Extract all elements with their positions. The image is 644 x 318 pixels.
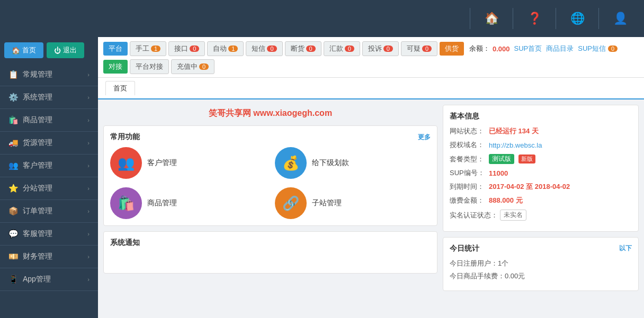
tab-interface[interactable]: 接口 0 [168, 41, 205, 56]
domain-label: 授权域名： [450, 140, 487, 150]
func-customer-mgmt[interactable]: 👥 客户管理 [110, 147, 266, 179]
suspicious-badge: 0 [422, 46, 432, 52]
tab-suspicious[interactable]: 可疑 0 [401, 41, 437, 56]
manual-badge: 1 [151, 46, 160, 52]
divider-1 [470, 8, 470, 29]
expiry-value: 2017-04-02 至 2018-04-02 [489, 182, 570, 192]
func-product-mgmt[interactable]: 🛍️ 商品管理 [110, 187, 266, 219]
logout-button[interactable]: ⏻ 退出 [47, 42, 84, 58]
today-stats-more[interactable]: 以下 [619, 244, 632, 253]
today-stats-title: 今日统计 以下 [450, 244, 632, 253]
tab-auto-label: 自动 [213, 44, 227, 53]
tab-connect[interactable]: 对接 [103, 60, 128, 74]
right-panel: 基本信息 网站状态： 已经运行 134 天 授权域名： http://zb.we… [443, 105, 639, 313]
stockout-badge: 0 [306, 46, 316, 52]
verify-tag: 未实名 [500, 210, 526, 221]
recharge-badge: 0 [199, 63, 209, 70]
tab-recharge[interactable]: 充值中 0 [171, 59, 214, 74]
logout-btn-icon: ⏻ [54, 47, 61, 54]
sidebar-item-service[interactable]: 💬 客服管理 › [0, 223, 98, 246]
home-icon[interactable]: 🏠 [478, 5, 505, 32]
info-row-status: 网站状态： 已经运行 134 天 [450, 126, 632, 136]
system-mgmt-label: 系统管理 [23, 93, 52, 102]
watermark: 笑哥共享网 www.xiaogegh.com [103, 105, 437, 120]
sup-home-link[interactable]: SUP首页 [514, 44, 542, 53]
customer-mgmt-icon: 👥 [8, 161, 19, 170]
transfer-icon-circle: 💰 [275, 147, 307, 179]
chevron-icon: › [87, 162, 90, 169]
product-mgmt-icon: 🛍️ [8, 115, 19, 125]
tab-auto[interactable]: 自动 1 [207, 41, 244, 56]
today-stats-label: 今日统计 [450, 244, 479, 253]
tab-manual-label: 手工 [136, 44, 149, 53]
tab-sms[interactable]: 短信 0 [246, 41, 282, 56]
sidebar-item-app[interactable]: 📱 App管理 › [0, 268, 98, 291]
sidebar-item-system[interactable]: ⚙️ 系统管理 › [0, 86, 98, 109]
user-icon[interactable]: 👤 [607, 5, 633, 32]
product-list-link[interactable]: 商品目录 [546, 44, 574, 53]
tab-remit-label: 汇款 [329, 44, 343, 53]
sidebar-item-source[interactable]: 🚚 货源管理 › [0, 132, 98, 155]
tab-complaint[interactable]: 投诉 0 [362, 41, 399, 56]
sidebar-item-product[interactable]: 🛍️ 商品管理 › [0, 109, 98, 132]
tab-suspicious-label: 可疑 [407, 44, 421, 53]
customer-mgmt-label: 客户管理 [23, 161, 52, 170]
tab-remit[interactable]: 汇款 0 [324, 41, 360, 56]
balance-value: 0.000 [493, 45, 510, 53]
help-icon[interactable]: ❓ [521, 5, 548, 32]
product-mgmt-label: 商品管理 [23, 115, 52, 125]
common-functions-label: 常用功能 [110, 132, 140, 142]
tab-stockout[interactable]: 断货 0 [285, 41, 321, 56]
basic-info-label: 基本信息 [450, 112, 479, 121]
plan-label: 套餐类型： [450, 155, 487, 164]
tab-manual[interactable]: 手工 1 [130, 41, 166, 56]
fee-value: 888.000 元 [489, 196, 523, 205]
sidebar-item-customer[interactable]: 👥 客户管理 › [0, 155, 98, 177]
sidebar-item-finance[interactable]: 💴 财务管理 › [0, 246, 98, 268]
finance-mgmt-icon: 💴 [8, 252, 19, 261]
home-btn-label: 首页 [22, 46, 36, 55]
info-row-domain: 授权域名： http://zb.websc.la [450, 140, 632, 150]
header-icons: 🏠 ❓ 🌐 👤 [462, 5, 633, 32]
tab-supplier[interactable]: 供货 [440, 42, 464, 56]
stat-row-users: 今日注册用户：1个 [450, 259, 632, 268]
subsite-icon-circle: 🔗 [275, 187, 307, 219]
system-notice-title: 系统通知 [110, 238, 431, 248]
subsite-func-label: 子站管理 [312, 198, 342, 208]
tab-platform[interactable]: 平台 [103, 42, 128, 56]
divider-3 [556, 8, 556, 29]
sidebar-item-regular[interactable]: 📋 常规管理 › [0, 63, 98, 86]
logout-btn-label: 退出 [63, 46, 77, 55]
chevron-icon: › [87, 208, 90, 214]
sup-sms-link[interactable]: SUP短信 [578, 44, 606, 53]
tabs-row-1: 平台 手工 1 接口 0 自动 1 短信 0 [103, 41, 639, 56]
chevron-icon: › [87, 253, 90, 260]
sidebar-item-branch[interactable]: ⭐ 分站管理 › [0, 177, 98, 200]
sup-sms-badge: 0 [608, 46, 618, 52]
tab-interface-label: 接口 [174, 44, 188, 53]
regular-mgmt-icon: 📋 [8, 70, 19, 79]
breadcrumb[interactable]: 首页 [105, 81, 135, 95]
sidebar-top-buttons: 🏠 首页 ⏻ 退出 [0, 37, 98, 63]
service-mgmt-label: 客服管理 [23, 229, 52, 239]
home-button[interactable]: 🏠 首页 [4, 42, 43, 58]
tabs-row-2: 对接 平台对接 充值中 0 [103, 59, 639, 74]
tab-supplier-label: 供货 [445, 44, 459, 53]
tab-platform-connect[interactable]: 平台对接 [130, 59, 169, 74]
tab-stockout-label: 断货 [291, 44, 305, 53]
today-stats-section: 今日统计 以下 今日注册用户：1个 今日商品手续费：0.00元 [443, 237, 639, 291]
more-functions-link[interactable]: 更多 [418, 133, 431, 142]
tab-platform-label: 平台 [109, 44, 122, 53]
info-row-plan: 套餐类型： 测试版 新版 [450, 154, 632, 164]
stat-row-fee: 今日商品手续费：0.00元 [450, 271, 632, 281]
info-row-sup-id: SUP编号： 11000 [450, 168, 632, 178]
sidebar-item-order[interactable]: 📦 订单管理 › [0, 200, 98, 223]
product-icon-circle: 🛍️ [110, 187, 142, 219]
function-grid: 👥 客户管理 💰 给下级划款 🛍️ 商品管理 🔗 [110, 147, 431, 219]
divider-2 [513, 8, 513, 29]
status-value: 已经运行 134 天 [489, 126, 539, 136]
browser-icon[interactable]: 🌐 [564, 5, 591, 32]
func-transfer[interactable]: 💰 给下级划款 [275, 147, 431, 179]
tabs-bar: 平台 手工 1 接口 0 自动 1 短信 0 [98, 37, 644, 78]
func-subsite-mgmt[interactable]: 🔗 子站管理 [275, 187, 431, 219]
